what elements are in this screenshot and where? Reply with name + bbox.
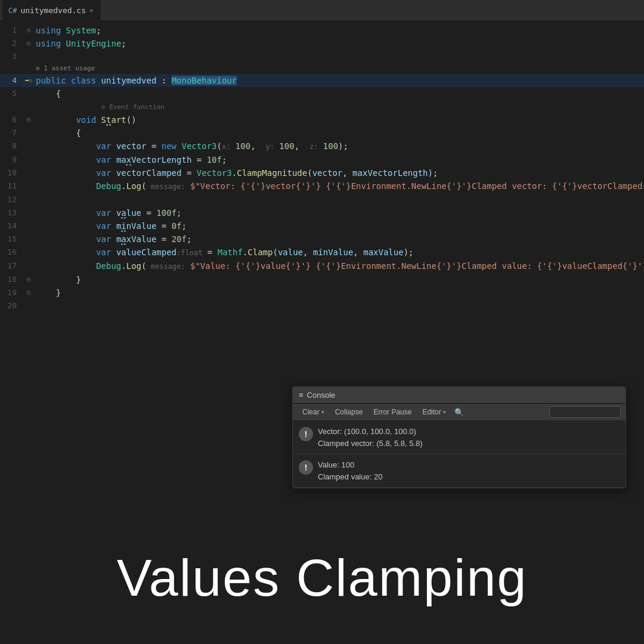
- line-content-13: var value = 100f;: [36, 206, 644, 219]
- code-line-10: 10 var vectorClamped = Vector3.ClampMagn…: [0, 166, 644, 179]
- line-content-9: var maxVectorLength = 10f;: [36, 153, 644, 166]
- breakpoint-icon: ➡: [25, 74, 29, 87]
- collapse-button[interactable]: Collapse: [330, 407, 368, 417]
- line-number-14: 14: [0, 219, 21, 233]
- line-number-17: 17: [0, 259, 21, 273]
- msg-text-2: Value: 100 Clamped value: 20: [318, 459, 382, 482]
- asset-hint: ⊙ 1 asset usage: [36, 63, 644, 74]
- code-line-5: 5 {: [0, 87, 644, 100]
- line-number-7: 7: [0, 126, 21, 140]
- line-content-1: using System;: [36, 24, 644, 37]
- code-line-15: 15 var maxValue = 20f;: [0, 233, 644, 246]
- tab-bar: C# unitymedved.cs ×: [0, 0, 644, 21]
- gutter-6: ⊟: [21, 113, 36, 126]
- line-number-2: 2: [0, 37, 21, 50]
- code-line-14: 14 var minValue = 0f;: [0, 219, 644, 233]
- line-number-3: 3: [0, 50, 21, 63]
- console-search-icon[interactable]: 🔍: [452, 407, 466, 418]
- event-hint-row: ⊘ Event function: [0, 100, 644, 113]
- code-line-1: 1 ⊟ using System;: [0, 24, 644, 37]
- code-line-8: 8 var vector = new Vector3(x: 100, y: 10…: [0, 140, 644, 153]
- line-number-4: 4: [0, 74, 21, 87]
- line-content-8: var vector = new Vector3(x: 100, y: 100,…: [36, 140, 644, 153]
- line-number-20: 20: [0, 299, 21, 312]
- msg-icon-1: !: [299, 427, 313, 441]
- code-line-11: 11 Debug.Log( message: $"Vector: {'{'}ve…: [0, 179, 644, 193]
- code-line-13: 13 var value = 100f;: [0, 206, 644, 219]
- line-content-19: }: [36, 286, 644, 299]
- console-messages: ! Vector: (100.0, 100.0, 100.0) Clamped …: [293, 421, 626, 488]
- fold-icon-18: ⊟: [27, 273, 30, 286]
- code-line-19: 19 ⊟ }: [0, 286, 644, 299]
- line-content-17: Debug.Log( message: $"Value: {'{'}value{…: [36, 259, 644, 273]
- line-content-18: }: [36, 273, 644, 286]
- line-content-10: var vectorClamped = Vector3.ClampMagnitu…: [36, 166, 644, 179]
- line-content-15: var maxValue = 20f;: [36, 233, 644, 246]
- fold-icon-6: ⊟: [27, 113, 30, 126]
- line-number-5: 5: [0, 87, 21, 100]
- line-number-10: 10: [0, 166, 21, 179]
- line-number-15: 15: [0, 233, 21, 246]
- console-message-2[interactable]: ! Value: 100 Clamped value: 20: [293, 454, 626, 488]
- console-title: ≡ Console: [299, 391, 335, 400]
- line-content-2: using UnityEngine;: [36, 37, 644, 50]
- line-number-12: 12: [0, 193, 21, 206]
- console-search-input[interactable]: [549, 406, 621, 418]
- code-line-3: 3: [0, 50, 644, 63]
- gutter-4: ➡ ⊟: [21, 74, 36, 87]
- console-panel: ≡ Console Clear ▾ Collapse Error Pause E…: [292, 386, 626, 488]
- gutter-19: ⊟: [21, 286, 36, 299]
- gutter-2: ⊟: [21, 37, 36, 50]
- console-icon: ≡: [299, 391, 304, 400]
- code-line-6: 6 ⊟ void Start(): [0, 113, 644, 126]
- editor-dropdown-icon: ▾: [443, 409, 446, 415]
- msg-line1-2: Value: 100: [318, 459, 382, 471]
- msg-icon-2: !: [299, 460, 313, 475]
- editor-button[interactable]: Editor ▾: [417, 407, 450, 417]
- fold-icon-19: ⊟: [27, 286, 30, 299]
- line-number-13: 13: [0, 206, 21, 219]
- page-title: Values Clamping: [0, 547, 644, 608]
- code-line-9: 9 var maxVectorLength = 10f;: [0, 153, 644, 166]
- line-number-11: 11: [0, 179, 21, 193]
- event-hint: ⊘ Event function: [36, 103, 165, 111]
- code-line-18: 18 ⊟ }: [0, 273, 644, 286]
- code-lines: 1 ⊟ using System; 2 ⊟ using UnityEngine;…: [0, 21, 644, 312]
- line-content-16: var valueClamped:float = Mathf.Clamp(val…: [36, 246, 644, 259]
- line-number-19: 19: [0, 286, 21, 299]
- tab-filename: unitymedved.cs: [20, 6, 86, 15]
- file-tab[interactable]: C# unitymedved.cs ×: [2, 0, 100, 21]
- error-pause-button[interactable]: Error Pause: [369, 407, 416, 417]
- console-message-1[interactable]: ! Vector: (100.0, 100.0, 100.0) Clamped …: [293, 421, 626, 454]
- clear-label: Clear: [302, 408, 320, 416]
- line-content-14: var minValue = 0f;: [36, 219, 644, 233]
- console-title-text: Console: [307, 391, 336, 400]
- line-content-4: public class unitymedved : MonoBehaviour: [36, 74, 644, 87]
- code-line-7: 7 {: [0, 126, 644, 140]
- clear-button[interactable]: Clear ▾: [298, 407, 329, 417]
- line-content-7: {: [36, 126, 644, 140]
- line-content-6: void Start(): [36, 113, 644, 126]
- code-line-16: 16 var valueClamped:float = Mathf.Clamp(…: [0, 246, 644, 259]
- clear-dropdown-icon: ▾: [321, 409, 324, 415]
- line-number-6: 6: [0, 113, 21, 126]
- msg-line1-1: Vector: (100.0, 100.0, 100.0): [318, 426, 423, 438]
- code-line-12: 12: [0, 193, 644, 206]
- msg-line2-1: Clamped vector: (5.8, 5.8, 5.8): [318, 438, 423, 450]
- code-line-20: 20: [0, 299, 644, 312]
- line-number-18: 18: [0, 273, 21, 286]
- console-toolbar: Clear ▾ Collapse Error Pause Editor ▾ 🔍: [293, 404, 626, 421]
- fold-icon-1: ⊟: [27, 24, 30, 37]
- code-line-2: 2 ⊟ using UnityEngine;: [0, 37, 644, 50]
- line-content-5: {: [36, 87, 644, 100]
- code-line-17: 17 Debug.Log( message: $"Value: {'{'}val…: [0, 259, 644, 273]
- line-number-8: 8: [0, 140, 21, 153]
- tab-close-icon[interactable]: ×: [89, 7, 94, 14]
- fold-icon-4: ⊟: [29, 74, 32, 87]
- fold-icon-2: ⊟: [27, 37, 30, 50]
- csharp-icon: C#: [8, 7, 17, 15]
- editor-label: Editor: [422, 408, 441, 416]
- line-number-1: 1: [0, 24, 21, 37]
- code-editor: 1 ⊟ using System; 2 ⊟ using UnityEngine;…: [0, 21, 644, 312]
- console-header: ≡ Console: [293, 387, 626, 404]
